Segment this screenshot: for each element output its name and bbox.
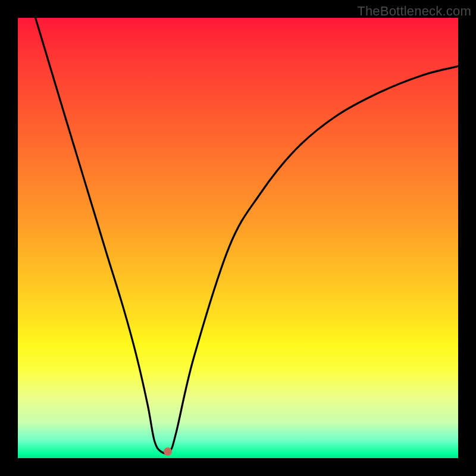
plot-area xyxy=(18,18,458,458)
bottleneck-curve xyxy=(18,18,458,458)
chart-frame: TheBottleneck.com xyxy=(0,0,476,476)
optimum-marker xyxy=(164,447,172,456)
watermark-text: TheBottleneck.com xyxy=(357,4,471,19)
